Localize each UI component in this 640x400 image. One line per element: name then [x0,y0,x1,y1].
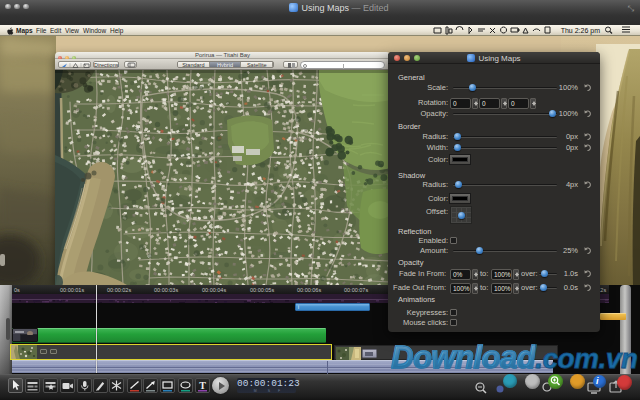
svg-text:T: T [199,380,206,391]
